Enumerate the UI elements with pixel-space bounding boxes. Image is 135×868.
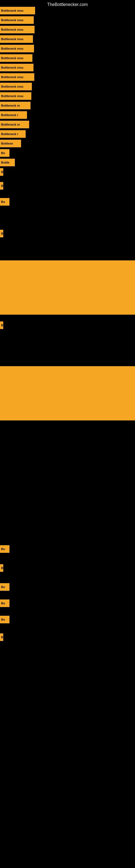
bar-label: Bottleneck r [0, 111, 27, 119]
bar-item: B [0, 230, 3, 237]
bar-label: Bo [0, 583, 9, 591]
bar-item: Bottleneck resu [0, 26, 35, 33]
bar-label [0, 366, 135, 421]
bar-label: B [0, 182, 3, 190]
bar-item: Bottleneck resu [0, 54, 32, 62]
bar-label: Bo [0, 599, 9, 607]
bar-item [0, 366, 135, 421]
bar-item: Bottlene [0, 140, 21, 147]
bar-item: Bo [0, 583, 9, 591]
bar-item: Bottleneck resu [0, 45, 34, 52]
bar-label: Bottleneck r [0, 130, 26, 138]
bar-label: Bottleneck resu [0, 45, 34, 52]
bar-label: B [0, 321, 3, 329]
bar-item: Bottleneck resu [0, 35, 33, 43]
bar-item: Bottleneck resu [0, 16, 34, 24]
bar-label: Bottleneck resu [0, 73, 34, 81]
bar-item: Bottleneck resu [0, 83, 32, 90]
bar-item: Bottleneck resu [0, 64, 34, 71]
bar-label: Bottleneck resu [0, 26, 35, 33]
bar-item: B [0, 182, 3, 190]
bar-item: B [0, 321, 3, 329]
bar-item: Bo [0, 545, 9, 553]
bar-label: Bottleneck resu [0, 7, 35, 14]
bar-label: Bo [0, 545, 9, 553]
bar-item: Bottleneck resu [0, 92, 31, 100]
bar-label: Bottlene [0, 140, 21, 147]
bar-item: Bo [0, 616, 9, 623]
bar-item: Bottleneck resu [0, 7, 35, 14]
bar-item: Bo [0, 149, 9, 157]
bar-label: B [0, 633, 3, 641]
bar-label: Bottle [0, 159, 15, 166]
bar-item: B [0, 168, 3, 176]
bar-item: Bottleneck r [0, 130, 26, 138]
bar-item: Bottleneck r [0, 111, 27, 119]
bar-label: Bo [0, 149, 9, 157]
bar-label: Bottleneck resu [0, 16, 34, 24]
bar-item [0, 260, 135, 315]
bar-item: Bottleneck re [0, 102, 31, 109]
bar-label: Bottleneck resu [0, 54, 32, 62]
bar-item: Bo [0, 599, 9, 607]
bar-label [0, 260, 135, 315]
bar-label: Bottleneck resu [0, 92, 31, 100]
bar-label: B [0, 168, 3, 176]
bar-item: Bo [0, 198, 9, 206]
bar-label: Bottleneck resu [0, 83, 32, 90]
bar-label: B [0, 230, 3, 237]
bar-item: Bottle [0, 159, 15, 166]
bar-item: B [0, 633, 3, 641]
bar-item: Bottleneck re [0, 121, 29, 128]
bar-item: Bottleneck resu [0, 73, 34, 81]
bar-label: Bo [0, 616, 9, 623]
bar-item: B [0, 564, 3, 572]
bar-label: Bo [0, 198, 9, 206]
bar-label: Bottleneck resu [0, 35, 33, 43]
bar-label: B [0, 564, 3, 572]
bar-label: Bottleneck re [0, 121, 29, 128]
bar-label: Bottleneck resu [0, 64, 34, 71]
bar-label: Bottleneck re [0, 102, 31, 109]
